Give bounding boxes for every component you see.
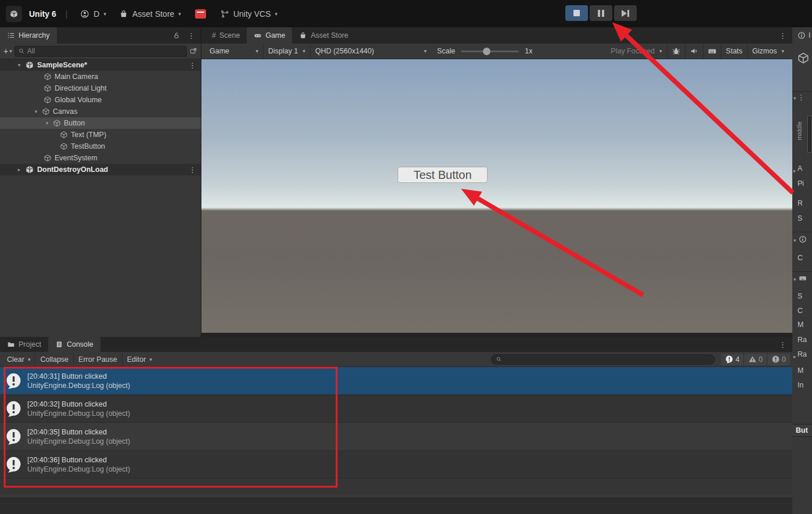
tab-inspector[interactable]: I bbox=[792, 27, 812, 44]
hierarchy-search-input[interactable] bbox=[27, 47, 183, 55]
scene-grid-icon: # bbox=[212, 31, 216, 39]
log-entry[interactable]: [20:40:32] Button clicked UnityEngine.De… bbox=[0, 395, 792, 423]
error-pause-toggle[interactable]: Error Pause bbox=[74, 352, 122, 366]
unlock-icon[interactable] bbox=[172, 31, 181, 39]
stats-button[interactable]: Stats bbox=[721, 44, 748, 59]
asset-store-menu[interactable]: Asset Store ▾ bbox=[116, 7, 185, 21]
topbar-divider: | bbox=[66, 9, 68, 19]
hierarchy-item-eventsystem[interactable]: EventSystem bbox=[0, 152, 201, 164]
tab-console[interactable]: Console bbox=[48, 337, 100, 352]
test-button[interactable]: Test Button bbox=[398, 167, 488, 183]
hierarchy-icon bbox=[7, 31, 15, 39]
vcs-label: Unity VCS bbox=[233, 9, 271, 19]
info-bubble-icon bbox=[725, 355, 734, 364]
button-component-header[interactable]: But bbox=[792, 424, 812, 437]
chevron-down-icon: ▾ bbox=[9, 48, 12, 54]
focus-mode-dropdown[interactable]: Play Focused ▾ bbox=[606, 44, 666, 59]
search-icon bbox=[496, 356, 502, 362]
branch-icon bbox=[220, 9, 229, 19]
foldout-closed-icon[interactable]: ▸ bbox=[16, 167, 22, 172]
kebab-icon[interactable]: ⋮ bbox=[778, 31, 788, 40]
hierarchy-dontdestroyonload-row[interactable]: ▸ DontDestroyOnLoad ⋮ bbox=[0, 164, 201, 175]
foldout-open-icon[interactable]: ▾ bbox=[793, 276, 796, 282]
foldout-closed-icon[interactable]: ▸ bbox=[793, 168, 796, 174]
hierarchy-item-text-tmp[interactable]: Text (TMP) bbox=[0, 129, 201, 141]
foldout-closed-icon[interactable]: ▸ bbox=[793, 354, 796, 360]
step-button[interactable] bbox=[614, 5, 637, 21]
stop-button[interactable] bbox=[565, 5, 588, 21]
hierarchy-panel: Hierarchy ⋮ + ▾ ▾ SampleScene* ⋮ bbox=[0, 27, 201, 337]
display-dropdown[interactable]: Display 1 ▾ bbox=[264, 44, 310, 59]
log-entry[interactable]: [20:40:36] Button clicked UnityEngine.De… bbox=[0, 451, 792, 479]
tab-asset-store[interactable]: Asset Store bbox=[292, 27, 355, 44]
tab-scene[interactable]: # Scene bbox=[205, 27, 247, 44]
warning-count-toggle[interactable]: 0 bbox=[744, 354, 767, 365]
error-count-toggle[interactable]: 0 bbox=[767, 354, 790, 365]
hierarchy-scene-row[interactable]: ▾ SampleScene* ⋮ bbox=[0, 59, 201, 71]
collab-status-icon[interactable] bbox=[195, 9, 206, 19]
slider-knob[interactable] bbox=[483, 48, 490, 55]
editor-label: Editor bbox=[127, 355, 146, 364]
hierarchy-toolbar: + ▾ bbox=[0, 44, 201, 59]
item-label: Directional Light bbox=[55, 84, 107, 92]
kebab-icon[interactable]: ⋮ bbox=[187, 61, 197, 70]
item-label: Text (TMP) bbox=[71, 131, 106, 139]
resolution-dropdown[interactable]: QHD (2560x1440) ▾ bbox=[311, 44, 431, 59]
tab-project[interactable]: Project bbox=[0, 337, 48, 352]
hierarchy-item-directional-light[interactable]: Directional Light bbox=[0, 82, 201, 94]
hierarchy-item-global-volume[interactable]: Global Volume bbox=[0, 94, 201, 106]
scale-control: Scale 1x bbox=[431, 47, 538, 55]
view-mode-dropdown[interactable]: Game ▾ bbox=[205, 44, 263, 59]
kebab-icon[interactable]: ⋮ bbox=[186, 31, 196, 40]
log-detail: UnityEngine.Debug:Log (object) bbox=[27, 409, 130, 418]
foldout-open-icon[interactable]: ▾ bbox=[44, 120, 50, 126]
kebab-icon[interactable]: ⋮ bbox=[778, 340, 788, 349]
unity-vcs-menu[interactable]: Unity VCS ▾ bbox=[216, 7, 281, 21]
error-count: 0 bbox=[782, 355, 786, 364]
foldout-open-icon[interactable]: ▾ bbox=[16, 62, 22, 68]
foldout-open-icon[interactable]: ▾ bbox=[793, 238, 796, 243]
console-search[interactable] bbox=[491, 354, 715, 365]
item-label: TestButton bbox=[71, 142, 105, 150]
kebab-icon[interactable]: ⋮ bbox=[187, 166, 197, 174]
tab-inspector-label: I bbox=[809, 31, 810, 39]
account-icon bbox=[80, 9, 89, 19]
hierarchy-search[interactable] bbox=[15, 46, 187, 57]
debug-button[interactable] bbox=[667, 44, 685, 59]
create-object-button[interactable]: + ▾ bbox=[3, 46, 12, 56]
info-bubble-icon bbox=[5, 372, 23, 390]
account-label: D bbox=[93, 9, 99, 19]
foldout-open-icon[interactable]: ▾ bbox=[33, 109, 39, 114]
tab-game-label: Game bbox=[265, 31, 285, 39]
clear-button[interactable]: Clear ▾ bbox=[2, 352, 35, 366]
hierarchy-item-button[interactable]: ▾ Button bbox=[0, 117, 201, 129]
focus-mode-label: Play Focused bbox=[611, 47, 655, 55]
info-bubble-icon bbox=[5, 455, 23, 473]
error-icon bbox=[771, 355, 780, 364]
collapse-toggle[interactable]: Collapse bbox=[35, 352, 73, 366]
scale-slider[interactable] bbox=[461, 51, 519, 52]
tab-hierarchy[interactable]: Hierarchy bbox=[0, 27, 57, 44]
anchor-preset-box[interactable] bbox=[807, 116, 812, 153]
mute-audio-button[interactable] bbox=[685, 44, 703, 59]
log-entry[interactable]: [20:40:35] Button clicked UnityEngine.De… bbox=[0, 423, 792, 451]
hierarchy-item-main-camera[interactable]: Main Camera bbox=[0, 71, 201, 82]
inspector-field-label: M bbox=[797, 321, 803, 329]
gizmos-label: Gizmos bbox=[752, 47, 777, 55]
info-count-toggle[interactable]: 4 bbox=[721, 354, 744, 365]
log-entry[interactable]: [20:40:31] Button clicked UnityEngine.De… bbox=[0, 367, 792, 395]
hierarchy-item-canvas[interactable]: ▾ Canvas bbox=[0, 106, 201, 117]
editor-dropdown[interactable]: Editor ▾ bbox=[122, 352, 157, 366]
window-popout-icon[interactable] bbox=[189, 47, 197, 55]
account-menu[interactable]: D ▾ bbox=[77, 7, 110, 21]
input-button[interactable] bbox=[703, 44, 721, 59]
gizmos-dropdown[interactable]: Gizmos ▾ bbox=[748, 44, 789, 59]
console-search-input[interactable] bbox=[505, 355, 710, 364]
component-kebab[interactable]: ⋮ bbox=[797, 93, 805, 102]
foldout-open-icon[interactable]: ▾ bbox=[793, 95, 796, 101]
pause-button[interactable] bbox=[590, 5, 612, 21]
tab-game[interactable]: Game bbox=[247, 27, 292, 44]
hierarchy-item-testbutton[interactable]: TestButton bbox=[0, 141, 201, 152]
tab-scene-label: Scene bbox=[219, 31, 240, 39]
gameobject-cube-icon bbox=[44, 84, 52, 92]
